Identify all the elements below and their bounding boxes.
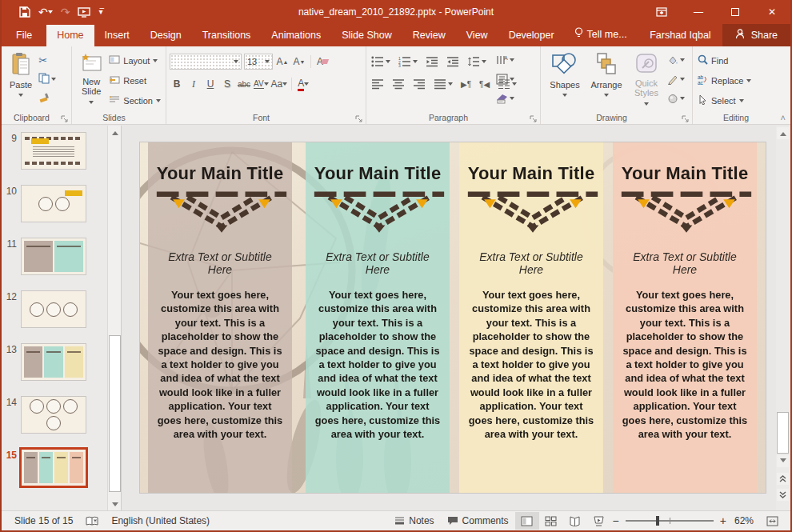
zoom-out-button[interactable]: − [611, 511, 621, 531]
scroll-down-button[interactable] [777, 455, 789, 467]
shape-outline-button[interactable] [666, 71, 686, 87]
font-size-combo[interactable]: 13 [244, 54, 273, 70]
clipboard-dialog-launcher[interactable] [61, 114, 69, 122]
slide-thumbnail[interactable]: 10 [2, 185, 107, 222]
start-from-beginning-icon[interactable] [78, 7, 90, 18]
tab-transitions[interactable]: Transitions [192, 25, 262, 46]
left-to-right-button[interactable]: ▶¶ [459, 76, 473, 92]
right-to-left-button[interactable]: ¶◀ [478, 76, 491, 92]
select-button[interactable]: Select [696, 92, 753, 109]
save-icon[interactable] [19, 6, 30, 18]
replace-button[interactable]: abac Replace [696, 72, 753, 89]
increase-font-size-button[interactable]: A▲ [275, 54, 290, 70]
slide-thumbnail[interactable]: 12 [2, 290, 107, 328]
slide-thumbnail[interactable]: 15 [2, 449, 107, 486]
main-vertical-scrollbar[interactable] [776, 126, 790, 512]
slide-sorter-button[interactable] [539, 512, 563, 530]
zoom-in-button[interactable]: + [718, 511, 728, 531]
slide-thumbnail-preview[interactable] [21, 449, 86, 486]
new-slide-button[interactable]: New Slide [75, 49, 107, 111]
thumbnail-scroll-down-button[interactable] [109, 499, 121, 511]
cut-button[interactable]: ✂ [37, 52, 58, 68]
tab-insert[interactable]: Insert [94, 25, 140, 46]
language-indicator[interactable]: English (United States) [105, 511, 216, 531]
scroll-up-button[interactable] [777, 127, 789, 139]
zoom-percentage[interactable]: 62% [728, 511, 760, 531]
main-scrollbar-thumb[interactable] [777, 412, 789, 454]
slide-thumbnail-preview[interactable] [21, 238, 86, 275]
normal-view-button[interactable] [515, 512, 539, 530]
strikethrough-button[interactable]: abc [237, 76, 251, 92]
tab-animations[interactable]: Animations [261, 25, 331, 46]
convert-to-smartart-button[interactable] [494, 90, 516, 106]
thumbnail-scroll-up-button[interactable] [109, 126, 121, 138]
tab-slideshow[interactable]: Slide Show [331, 25, 402, 46]
slide-column[interactable]: Your Main Title Extra Text or Subtitle H… [459, 142, 603, 493]
account-name[interactable]: Farshad Iqbal [638, 25, 722, 46]
tab-file[interactable]: File [2, 25, 46, 46]
text-shadow-button[interactable]: S [220, 76, 234, 92]
decrease-font-size-button[interactable]: A▼ [292, 54, 306, 70]
slide-thumbnail-preview[interactable] [21, 396, 86, 434]
numbering-button[interactable]: 123 [397, 54, 419, 70]
arrange-button[interactable]: Arrange [586, 49, 627, 111]
quick-styles-button[interactable]: Quick Styles [627, 49, 666, 111]
thumbnail-scrollbar[interactable] [107, 126, 121, 512]
notes-button[interactable]: Notes [388, 511, 440, 531]
tab-developer[interactable]: Developer [498, 25, 565, 46]
section-button[interactable]: Section [107, 92, 162, 109]
ribbon-display-options-icon[interactable] [643, 0, 680, 24]
tell-me-box[interactable]: Tell me... [565, 22, 637, 46]
paste-button[interactable]: Paste [5, 49, 37, 111]
format-painter-button[interactable] [37, 90, 58, 106]
reset-button[interactable]: Reset [107, 72, 162, 89]
justify-button[interactable] [432, 76, 454, 92]
shapes-button[interactable]: Shapes [544, 49, 586, 111]
minimize-button[interactable]: — [680, 0, 717, 24]
slide-column[interactable]: Your Main Title Extra Text or Subtitle H… [306, 142, 450, 493]
share-button[interactable]: Share [722, 24, 790, 46]
maximize-button[interactable] [717, 0, 754, 24]
increase-indent-button[interactable] [445, 54, 461, 70]
slide-thumbnail[interactable]: 14 [2, 396, 107, 434]
slide-15[interactable]: Your Main Title Extra Text or Subtitle H… [140, 142, 766, 493]
previous-slide-button[interactable] [777, 473, 789, 485]
italic-button[interactable]: I [186, 76, 201, 92]
redo-icon[interactable]: ↷ [61, 6, 70, 18]
drawing-dialog-launcher[interactable] [682, 114, 690, 122]
next-slide-button[interactable] [777, 489, 789, 501]
character-spacing-button[interactable]: AV [254, 76, 269, 92]
slide-column[interactable]: Your Main Title Extra Text or Subtitle H… [148, 142, 292, 493]
slide-thumbnail-preview[interactable] [21, 290, 86, 328]
slide-thumbnail[interactable]: 13 [2, 343, 107, 381]
slide-thumbnail-preview[interactable] [21, 343, 86, 381]
font-dialog-launcher[interactable] [355, 114, 363, 122]
slide-thumbnail[interactable]: 11 [2, 238, 107, 275]
bullets-button[interactable] [370, 54, 392, 70]
slide-column[interactable]: Your Main Title Extra Text or Subtitle H… [613, 142, 757, 493]
slide-indicator[interactable]: Slide 15 of 15 [8, 511, 79, 531]
underline-button[interactable]: U [203, 76, 218, 92]
tab-home[interactable]: Home [46, 25, 94, 46]
clear-formatting-button[interactable]: A [315, 54, 330, 70]
zoom-slider-thumb[interactable] [656, 516, 659, 526]
collapse-ribbon-button[interactable]: ˄ [781, 113, 786, 122]
line-spacing-button[interactable] [466, 54, 488, 70]
align-right-button[interactable] [411, 76, 427, 92]
slide-thumbnail-preview[interactable] [21, 185, 86, 222]
undo-icon[interactable]: ↶ [38, 6, 53, 18]
close-button[interactable]: ✕ [754, 0, 790, 24]
change-case-button[interactable]: Aa [271, 76, 288, 92]
align-text-button[interactable] [494, 71, 516, 87]
paragraph-dialog-launcher[interactable] [530, 114, 538, 122]
tab-review[interactable]: Review [402, 25, 456, 46]
font-color-button[interactable]: A [296, 76, 310, 92]
comments-button[interactable]: Comments [441, 511, 515, 531]
zoom-slider[interactable] [626, 520, 714, 522]
bold-button[interactable]: B [170, 76, 184, 92]
layout-button[interactable]: Layout [107, 52, 162, 69]
fit-slide-to-window-button[interactable] [760, 512, 784, 530]
slide-thumbnail[interactable]: 9 [2, 132, 107, 170]
spell-check-button[interactable] [79, 511, 105, 531]
shape-fill-button[interactable] [666, 52, 686, 68]
